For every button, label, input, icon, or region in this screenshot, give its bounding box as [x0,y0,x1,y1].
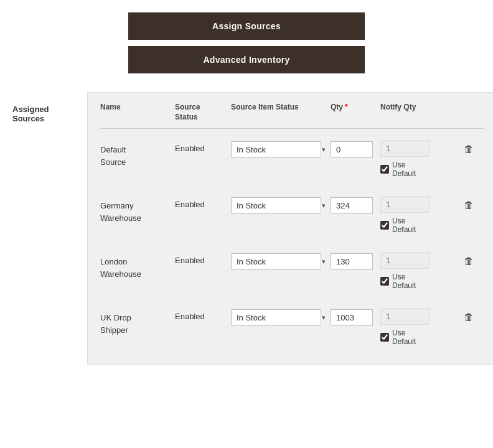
use-default-checkbox[interactable] [380,277,389,286]
qty-input[interactable] [331,309,373,326]
source-status: Enabled [175,252,231,265]
assigned-sources-label: Assigned Sources [12,92,87,365]
delete-button[interactable]: 🗑 [461,197,476,213]
header-actions [461,103,484,122]
delete-cell: 🗑 [461,196,484,213]
source-name: GermanyWarehouse [100,196,175,224]
source-status: Enabled [175,140,231,153]
use-default-checkbox[interactable] [380,221,389,230]
delete-button[interactable]: 🗑 [461,309,476,325]
source-item-status-select-wrapper: In Stock Out of Stock [231,140,331,158]
source-name: UK DropShipper [100,308,175,336]
use-default-wrapper: UseDefault [380,217,461,234]
source-item-status-select-wrapper: In Stock Out of Stock [231,252,331,270]
sources-table: Name SourceStatus Source Item Status Qty… [87,92,493,365]
qty-cell [331,196,380,214]
use-default-label: UseDefault [392,161,416,178]
delete-button[interactable]: 🗑 [461,253,476,269]
use-default-label: UseDefault [392,273,416,290]
qty-cell [331,252,380,270]
source-item-status-select[interactable]: In Stock Out of Stock [231,309,321,326]
qty-cell [331,140,380,158]
use-default-wrapper: UseDefault [380,273,461,290]
qty-input[interactable] [331,197,373,214]
advanced-inventory-button[interactable]: Advanced Inventory [128,46,365,73]
notify-qty-input[interactable] [380,252,430,269]
notify-qty-input[interactable] [380,140,430,157]
source-status: Enabled [175,308,231,321]
table-row: LondonWarehouse Enabled In Stock Out of … [100,243,484,299]
required-indicator: * [345,103,348,113]
source-item-status-select-wrapper: In Stock Out of Stock [231,196,331,214]
qty-input[interactable] [331,141,373,158]
use-default-checkbox[interactable] [380,165,389,174]
source-item-status-select-wrapper: In Stock Out of Stock [231,308,331,326]
header-qty: Qty * [331,103,380,122]
table-row: GermanyWarehouse Enabled In Stock Out of… [100,187,484,243]
delete-cell: 🗑 [461,308,484,325]
header-notify-qty: Notify Qty [380,103,461,122]
delete-button[interactable]: 🗑 [461,141,476,157]
use-default-wrapper: UseDefault [380,329,461,346]
qty-cell [331,308,380,326]
source-name: LondonWarehouse [100,252,175,280]
source-name: DefaultSource [100,140,175,168]
use-default-label: UseDefault [392,217,416,234]
header-source-item-status: Source Item Status [231,103,331,122]
table-row: UK DropShipper Enabled In Stock Out of S… [100,299,484,355]
source-item-status-select[interactable]: In Stock Out of Stock [231,141,321,158]
notify-col: UseDefault [380,308,461,346]
table-row: DefaultSource Enabled In Stock Out of St… [100,131,484,187]
notify-col: UseDefault [380,140,461,178]
source-item-status-select[interactable]: In Stock Out of Stock [231,253,321,270]
source-item-status-select[interactable]: In Stock Out of Stock [231,197,321,214]
table-header: Name SourceStatus Source Item Status Qty… [100,103,484,129]
delete-cell: 🗑 [461,252,484,269]
source-status: Enabled [175,196,231,209]
notify-col: UseDefault [380,196,461,234]
use-default-checkbox[interactable] [380,333,389,342]
qty-input[interactable] [331,253,373,270]
notify-qty-input[interactable] [380,308,430,325]
header-source-status: SourceStatus [175,103,231,122]
use-default-wrapper: UseDefault [380,161,461,178]
use-default-label: UseDefault [392,329,416,346]
assign-sources-button[interactable]: Assign Sources [128,12,365,40]
header-name: Name [100,103,175,122]
delete-cell: 🗑 [461,140,484,157]
notify-col: UseDefault [380,252,461,290]
notify-qty-input[interactable] [380,196,430,213]
